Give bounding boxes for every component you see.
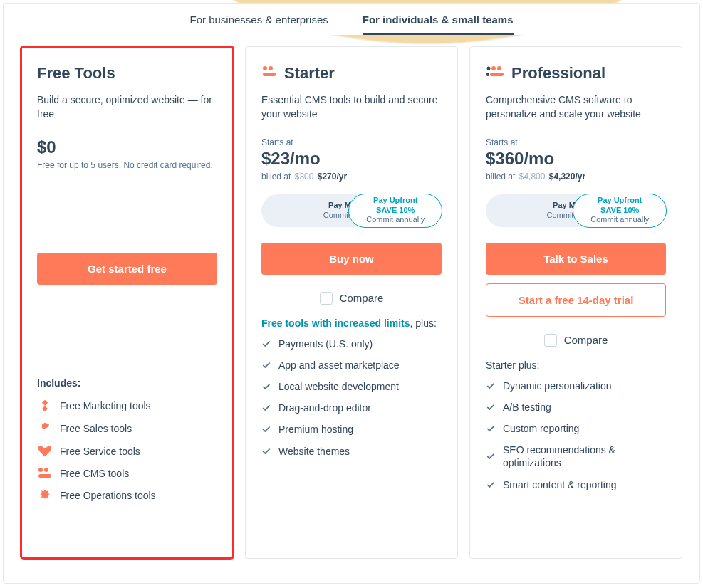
compare-checkbox[interactable] (544, 334, 557, 347)
sales-icon (37, 421, 53, 436)
feature-item: A/B testing (486, 401, 666, 414)
check-icon (261, 360, 271, 370)
svg-point-7 (491, 66, 496, 70)
feature-item: Drag-and-drop editor (261, 401, 442, 414)
check-icon (261, 424, 271, 434)
features-heading: Starter plus: (486, 359, 666, 371)
feature-item: Custom reporting (486, 422, 666, 435)
check-icon (486, 480, 496, 490)
feature-item: Free Service tools (37, 444, 217, 458)
feature-label: Free Operations tools (60, 489, 156, 502)
feature-item: SEO recommendations & optimizations (486, 443, 666, 469)
check-icon (261, 403, 271, 413)
billing-note: billed at $4,800 $4,320/yr (486, 172, 666, 182)
professional-plan-icon (486, 65, 504, 81)
feature-item: Website themes (261, 445, 442, 458)
starts-at-label: Starts at (261, 137, 442, 147)
check-icon (261, 382, 271, 392)
svg-point-1 (44, 468, 48, 472)
plan-price: $0 (37, 137, 217, 157)
check-icon (486, 381, 496, 391)
check-icon (261, 446, 271, 456)
billing-note: billed at $300 $270/yr (261, 172, 442, 182)
free-tools-link[interactable]: Free tools with increased limits (261, 317, 410, 329)
feature-item: Payments (U.S. only) (261, 337, 442, 350)
plan-description: Essential CMS tools to build and secure … (261, 93, 442, 122)
tab-individuals[interactable]: For individuals & small teams (363, 6, 514, 35)
svg-rect-2 (38, 474, 51, 478)
svg-point-8 (497, 66, 501, 70)
feature-item: Free CMS tools (37, 467, 217, 480)
plan-title: Professional (511, 64, 605, 83)
check-icon (486, 402, 496, 412)
start-trial-button[interactable]: Start a free 14-day trial (486, 283, 666, 317)
plan-description: Build a secure, optimized website — for … (37, 93, 217, 122)
svg-point-3 (263, 66, 267, 70)
feature-item: Dynamic personalization (486, 379, 666, 392)
feature-item: Free Sales tools (37, 421, 217, 436)
feature-item: Free Operations tools (37, 488, 217, 503)
feature-item: Local website development (261, 380, 442, 393)
pay-upfront-option[interactable]: Pay Upfront SAVE 10% Commit annually (573, 194, 667, 228)
includes-heading: Includes: (37, 377, 217, 389)
compare-label: Compare (564, 334, 608, 346)
plan-card-starter: Starter Essential CMS tools to build and… (245, 46, 458, 559)
plan-price: $360/mo (486, 149, 666, 169)
svg-point-6 (487, 67, 491, 70)
tab-businesses[interactable]: For businesses & enterprises (190, 6, 328, 35)
feature-item: Premium hosting (261, 423, 442, 436)
feature-label: Free Sales tools (60, 422, 132, 435)
talk-to-sales-button[interactable]: Talk to Sales (486, 243, 666, 275)
compare-label: Compare (340, 292, 384, 304)
plan-title: Free Tools (37, 64, 115, 83)
operations-icon (37, 488, 53, 503)
audience-tabs: For businesses & enterprises For individ… (4, 4, 699, 35)
plan-card-professional: Professional Comprehensive CMS software … (469, 46, 682, 559)
feature-item: Free Marketing tools (37, 399, 217, 413)
svg-rect-9 (486, 73, 489, 76)
get-started-free-button[interactable]: Get started free (37, 253, 217, 285)
check-icon (486, 424, 496, 434)
feature-item: Smart content & reporting (486, 478, 666, 491)
feature-label: Free CMS tools (60, 467, 129, 480)
plan-card-free: Free Tools Build a secure, optimized web… (21, 46, 234, 559)
pay-upfront-option[interactable]: Pay Upfront SAVE 10% Commit annually (348, 194, 442, 228)
plan-price-note: Free for up to 5 users. No credit card r… (37, 160, 217, 170)
check-icon (261, 339, 271, 349)
cms-icon (37, 468, 53, 479)
plan-description: Comprehensive CMS software to personaliz… (486, 93, 666, 122)
starts-at-label: Starts at (486, 137, 666, 147)
features-heading: Free tools with increased limits, plus: (261, 317, 442, 329)
feature-item: App and asset marketplace (261, 359, 442, 372)
billing-toggle: Pay Monthly Commit annually Pay Upfront … (486, 194, 666, 227)
svg-rect-10 (490, 73, 504, 76)
feature-label: Free Service tools (60, 445, 140, 458)
check-icon (486, 451, 496, 461)
plan-price: $23/mo (261, 149, 442, 169)
billing-toggle: Pay Monthly Commit monthly Pay Upfront S… (261, 194, 442, 227)
svg-point-0 (38, 468, 43, 472)
marketing-icon (37, 399, 53, 413)
starter-plan-icon (261, 65, 277, 81)
compare-checkbox[interactable] (320, 292, 333, 305)
svg-point-4 (269, 66, 273, 70)
feature-label: Free Marketing tools (60, 399, 151, 412)
svg-rect-5 (263, 73, 276, 76)
buy-now-button[interactable]: Buy now (261, 243, 442, 275)
service-icon (37, 444, 53, 458)
plan-title: Starter (284, 64, 335, 83)
